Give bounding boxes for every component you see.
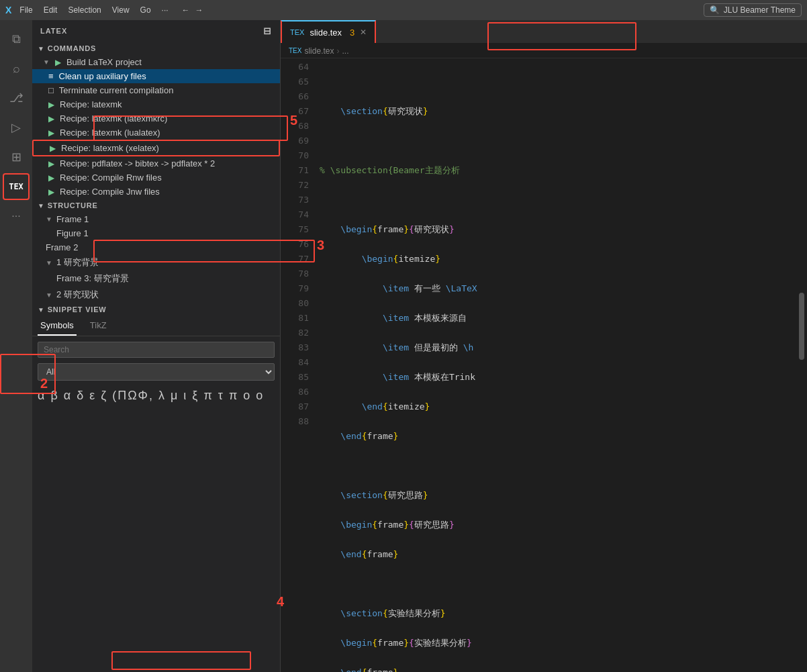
snippet-filter-select[interactable]: All [38,363,275,381]
terminate-icon: □ [48,85,54,95]
code-lines[interactable]: \section{研究现状} % \subsection{Beamer主题分析 … [314,58,807,672]
code-line-71: \item 有一些 \LaTeX [314,281,807,296]
menu-selection[interactable]: Selection [68,5,101,15]
struct-frame2[interactable]: Frame 2 [32,240,280,254]
commands-header[interactable]: ▼ COMMANDS [32,42,280,55]
code-line-80: \end{frame} [314,547,807,562]
struct-figure1[interactable]: Figure 1 [32,226,280,240]
code-line-68 [314,193,807,207]
activity-search[interactable]: ⌕ [3,55,30,82]
struct-figure1-label: Figure 1 [56,228,89,238]
activity-extensions[interactable]: ⊞ [3,144,30,171]
cmd-recipe-pdflatex[interactable]: ▶ Recipe: pdflatex -> bibtex -> pdflatex… [32,156,280,171]
struct-frame1[interactable]: ▼ Frame 1 [32,212,280,226]
tab-slide-tex[interactable]: TEX slide.tex 3 ✕ [281,20,376,43]
struct-section2-label: 2 研究现状 [56,289,99,301]
tab-tikz[interactable]: TikZ [87,316,109,336]
recipe-latexmkrc-icon: ▶ [48,114,54,124]
vscode-icon: X [5,5,11,15]
menu-more[interactable]: ··· [162,5,169,15]
activity-explorer[interactable]: ⧉ [3,26,30,52]
tab-bar: TEX slide.tex 3 ✕ [281,20,807,44]
code-line-76: \end{frame} [314,429,807,444]
structure-label: STRUCTURE [48,201,98,209]
cmd-recipe-rnw-label: Recipe: Compile Rnw files [60,173,162,183]
activity-source-control[interactable]: ⎇ [3,85,30,111]
cmd-recipe-jnw-label: Recipe: Compile Jnw files [60,187,160,197]
sidebar-title: LATEX [40,27,67,35]
cmd-recipe-lualatex-label: Recipe: latexmk (lualatex) [60,128,160,138]
recipe-pdflatex-icon: ▶ [48,159,54,169]
cmd-recipe-latexmk[interactable]: ▶ Recipe: latexmk [32,97,280,111]
tab-symbols[interactable]: Symbols [38,316,77,336]
menu-edit[interactable]: Edit [44,5,58,15]
code-line-64 [314,75,807,89]
cmd-recipe-rnw[interactable]: ▶ Recipe: Compile Rnw files [32,171,280,185]
activity-tex[interactable]: TEX [3,173,30,200]
commands-section: ▼ COMMANDS ▼ ▶ Build LaTeX project ≡ Cle… [32,42,280,199]
menu-go[interactable]: Go [140,5,151,15]
struct-section1[interactable]: ▼ 1 研究背景 [32,254,280,271]
recipe-jnw-icon: ▶ [48,187,54,197]
commands-label: COMMANDS [48,44,96,52]
recipe-lualatex-icon: ▶ [48,128,54,138]
menu-bar[interactable]: File Edit Selection View Go ··· [19,5,168,15]
code-line-66 [314,134,807,148]
code-line-77 [314,459,807,473]
snippet-header[interactable]: ▼ SNIPPET VIEW [32,303,280,316]
editor: TEX slide.tex 3 ✕ TEX slide.tex › ... 64… [281,20,807,672]
titlebar: X File Edit Selection View Go ··· ← → 🔍 … [0,0,807,20]
structure-section: ▼ STRUCTURE ▼ Frame 1 Figure 1 Frame 2 [32,199,280,303]
code-line-79: \begin{frame}{研究思路} [314,518,807,532]
struct-section2[interactable]: ▼ 2 研究现状 [32,287,280,303]
sidebar-collapse-icon[interactable]: ⊟ [263,26,272,36]
snippet-chevron: ▼ [38,306,45,314]
code-area[interactable]: 64 65 66 67 68 69 70 71 72 73 74 75 76 7… [281,58,807,672]
cmd-recipe-latexmkrc[interactable]: ▶ Recipe: latexmk (latexmkrc) [32,111,280,126]
snippet-tabs: Symbols TikZ [32,316,280,336]
breadcrumb: TEX slide.tex › ... [281,44,807,58]
cmd-build[interactable]: ▼ ▶ Build LaTeX project [32,55,280,69]
activity-run[interactable]: ▷ [3,114,30,141]
search-icon: 🔍 [710,5,720,15]
snippet-search-input[interactable] [38,342,275,358]
cmd-recipe-latexmk-label: Recipe: latexmk [60,99,122,109]
cmd-recipe-lualatex[interactable]: ▶ Recipe: latexmk (lualatex) [32,126,280,140]
breadcrumb-path[interactable]: ... [342,46,348,56]
tab-modified: 3 [350,28,354,38]
struct-frame2-label: Frame 2 [46,242,78,252]
cmd-terminate-label: Terminate current compilation [59,85,174,95]
code-line-83: \begin{frame}{实验结果分析} [314,636,807,651]
tab-tex-icon: TEX [290,28,304,36]
menu-view[interactable]: View [112,5,130,15]
breadcrumb-filename[interactable]: slide.tex [304,46,334,56]
title-search[interactable]: 🔍 JLU Beamer Theme [704,3,802,17]
struct-section1-label: 1 研究背景 [56,256,99,269]
cmd-recipe-jnw[interactable]: ▶ Recipe: Compile Jnw files [32,185,280,199]
cmd-recipe-latexmkrc-label: Recipe: latexmk (latexmkrc) [60,113,167,124]
menu-file[interactable]: File [19,5,32,15]
nav-back[interactable]: ← [182,5,190,15]
snippet-symbols-display: α β α δ ε ζ (ΠΩΦ, λ μ ι ξ π τ π ο ο [32,386,280,420]
breadcrumb-sep: › [336,46,339,56]
nav-forward[interactable]: → [195,5,203,15]
struct-frame3[interactable]: Frame 3: 研究背景 [32,271,280,287]
activity-more[interactable]: ··· [3,203,30,230]
snippet-filter-area: All [32,363,280,386]
snippet-search-area [32,336,280,363]
title-search-text: JLU Beamer Theme [724,5,796,15]
activity-bar: ⧉ ⌕ ⎇ ▷ ⊞ TEX ··· ○ 👤 ⚙1 [0,20,32,672]
structure-header[interactable]: ▼ STRUCTURE [32,199,280,212]
code-line-65: \section{研究现状} [314,104,807,119]
tab-close-button[interactable]: ✕ [360,28,367,37]
section2-chevron: ▼ [46,291,52,299]
nav-buttons[interactable]: ← → [182,5,203,15]
recipe-rnw-icon: ▶ [48,173,54,183]
cmd-build-label: Build LaTeX project [66,57,142,67]
code-line-69: \begin{frame}{研究现状} [314,222,807,237]
code-line-78: \section{研究思路} [314,488,807,503]
cmd-clean[interactable]: ≡ Clean up auxiliary files [32,69,280,83]
build-icon: ▶ [55,58,61,67]
cmd-terminate[interactable]: □ Terminate current compilation [32,83,280,97]
cmd-recipe-xelatex[interactable]: ▶ Recipe: latexmk (xelatex) [32,140,280,156]
